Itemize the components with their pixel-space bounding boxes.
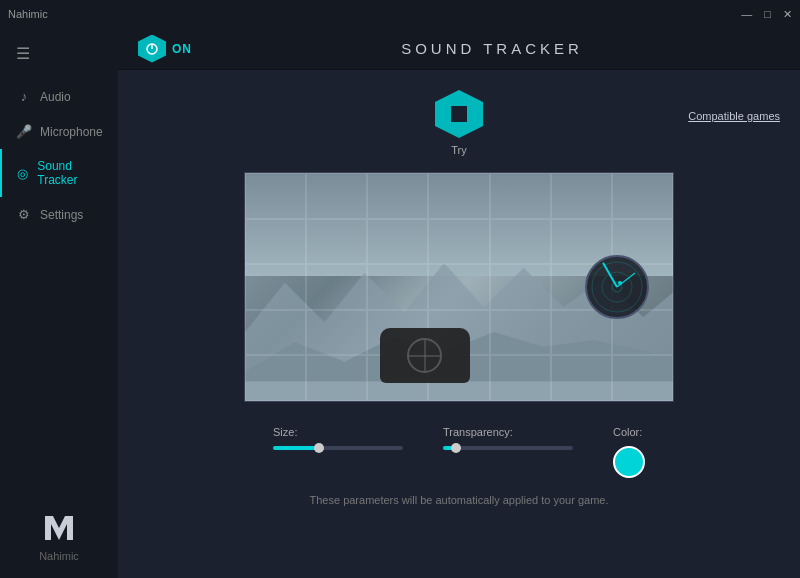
sidebar-item-microphone-label: Microphone xyxy=(40,125,103,139)
close-button[interactable]: ✕ xyxy=(783,9,792,20)
sidebar-logo: Nahimic xyxy=(0,494,118,578)
transparency-control: Transparency: xyxy=(443,426,573,450)
size-slider-fill xyxy=(273,446,319,450)
transparency-slider[interactable] xyxy=(443,446,573,450)
app-title: Nahimic xyxy=(8,8,48,20)
nahimic-logo-icon xyxy=(41,510,77,546)
sidebar-item-microphone[interactable]: 🎤 Microphone xyxy=(0,114,118,149)
power-toggle[interactable]: ON xyxy=(138,35,192,63)
color-picker-button[interactable] xyxy=(613,446,645,478)
scope-weapon xyxy=(380,328,470,383)
power-status-label: ON xyxy=(172,42,192,56)
power-hex-icon xyxy=(138,35,166,63)
controls-row: Size: Transparency: Color: xyxy=(273,426,645,478)
topbar: ON SOUND TRACKER xyxy=(118,28,800,70)
content-area: ON SOUND TRACKER Try Compatible games xyxy=(118,28,800,578)
transparency-slider-thumb[interactable] xyxy=(451,443,461,453)
hamburger-icon[interactable]: ☰ xyxy=(0,36,118,79)
size-label: Size: xyxy=(273,426,403,438)
color-control: Color: xyxy=(613,426,645,478)
sidebar-item-sound-tracker-label: Sound Tracker xyxy=(37,159,102,187)
logo-text: Nahimic xyxy=(39,550,79,562)
maximize-button[interactable]: □ xyxy=(764,9,771,20)
titlebar: Nahimic — □ ✕ xyxy=(0,0,800,28)
compatible-games-link[interactable]: Compatible games xyxy=(688,94,780,122)
try-label: Try xyxy=(451,144,466,156)
minimize-button[interactable]: — xyxy=(741,9,752,20)
try-hex-inner xyxy=(451,106,467,122)
sidebar-item-settings[interactable]: ⚙ Settings xyxy=(0,197,118,232)
audio-icon: ♪ xyxy=(16,89,32,104)
inner-content: Try Compatible games xyxy=(118,70,800,578)
sidebar-item-sound-tracker[interactable]: ◎ Sound Tracker xyxy=(0,149,118,197)
power-icon xyxy=(145,42,159,56)
settings-icon: ⚙ xyxy=(16,207,32,222)
main-layout: ☰ ♪ Audio 🎤 Microphone ◎ Sound Tracker ⚙… xyxy=(0,28,800,578)
transparency-label: Transparency: xyxy=(443,426,573,438)
microphone-icon: 🎤 xyxy=(16,124,32,139)
size-slider-thumb[interactable] xyxy=(314,443,324,453)
sidebar: ☰ ♪ Audio 🎤 Microphone ◎ Sound Tracker ⚙… xyxy=(0,28,118,578)
note-text: These parameters will be automatically a… xyxy=(310,494,609,506)
window-controls: — □ ✕ xyxy=(741,9,792,20)
sidebar-item-audio[interactable]: ♪ Audio xyxy=(0,79,118,114)
try-section: Try Compatible games xyxy=(138,90,780,156)
sound-tracker-icon: ◎ xyxy=(16,166,29,181)
sidebar-item-settings-label: Settings xyxy=(40,208,83,222)
radar-rings xyxy=(587,257,647,317)
sidebar-item-audio-label: Audio xyxy=(40,90,71,104)
try-center: Try xyxy=(435,90,483,156)
size-control: Size: xyxy=(273,426,403,450)
preview-container xyxy=(244,172,674,402)
color-label: Color: xyxy=(613,426,645,438)
radar-display xyxy=(585,255,649,319)
try-button[interactable] xyxy=(435,90,483,138)
preview-background xyxy=(245,173,673,401)
size-slider[interactable] xyxy=(273,446,403,450)
page-title: SOUND TRACKER xyxy=(204,40,780,57)
